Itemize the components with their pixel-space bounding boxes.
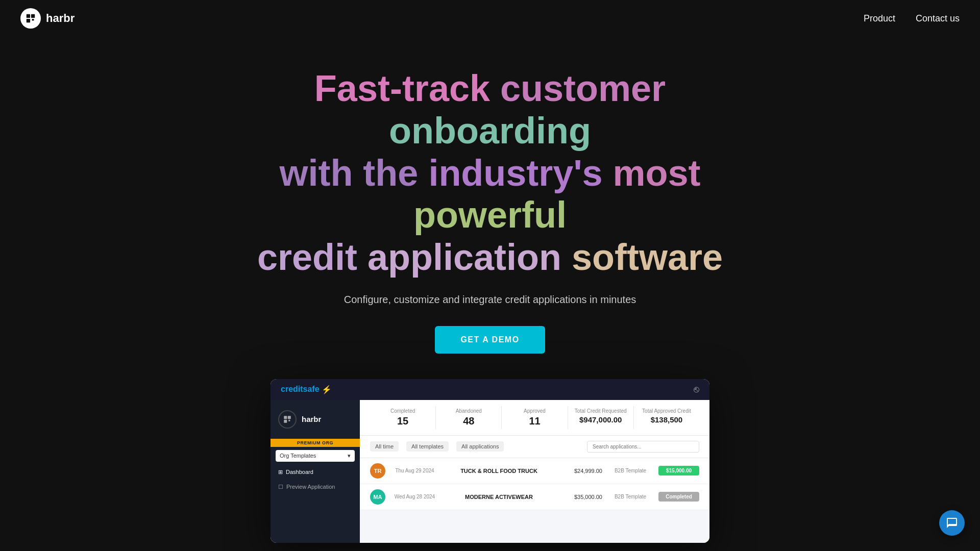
- hero-subtitle: Configure, customize and integrate credi…: [20, 294, 960, 306]
- logo-text: harbr: [46, 12, 75, 25]
- row-template: B2B Template: [610, 468, 651, 473]
- sidebar-item-dashboard[interactable]: ⊞ Dashboard: [271, 465, 360, 480]
- svg-rect-3: [32, 19, 34, 21]
- sidebar-header: harbr: [271, 400, 360, 439]
- row-amount: $24,999.00: [561, 468, 602, 474]
- exit-icon[interactable]: ⎋: [694, 384, 699, 395]
- org-templates-dropdown[interactable]: Org Templates ▾: [276, 450, 355, 462]
- lightning-icon: ⚡: [322, 385, 332, 394]
- filter-all-applications[interactable]: All applications: [456, 441, 504, 452]
- row-amount: $35,000.00: [561, 494, 602, 500]
- row-template: B2B Template: [610, 494, 651, 499]
- product-link[interactable]: Product: [864, 13, 895, 24]
- row-date: Wed Aug 28 2024: [393, 494, 436, 499]
- svg-rect-4: [284, 416, 287, 419]
- dashboard-sidebar: harbr PREMIUM ORG Org Templates ▾ ⊞ Dash…: [271, 400, 360, 543]
- contact-link[interactable]: Contact us: [916, 13, 960, 24]
- row-company-name: MODERNE ACTIVEWEAR: [444, 494, 554, 500]
- preview-icon: ☐: [278, 484, 283, 490]
- logo-icon: [20, 8, 41, 29]
- svg-rect-7: [288, 420, 290, 421]
- sidebar-org-name: harbr: [302, 415, 321, 423]
- svg-rect-1: [31, 14, 35, 18]
- row-status-badge: $15,000.00: [658, 466, 699, 475]
- svg-rect-0: [27, 14, 30, 18]
- dashboard-main: Completed 15 Abandoned 48 Approved 11 To…: [360, 400, 709, 543]
- dashboard-icon: ⊞: [278, 469, 283, 475]
- avatar: MA: [370, 489, 385, 505]
- sidebar-logo-icon: [278, 410, 297, 429]
- stat-total-credit: Total Credit Requested $947,000.00: [568, 406, 634, 429]
- navbar: harbr Product Contact us: [0, 0, 980, 37]
- chat-widget[interactable]: [939, 510, 965, 536]
- stat-abandoned: Abandoned 48: [436, 406, 502, 429]
- applications-table: TR Thu Aug 29 2024 TUCK & ROLL FOOD TRUC…: [360, 458, 709, 510]
- nav-links: Product Contact us: [864, 13, 960, 24]
- search-input[interactable]: [587, 441, 699, 453]
- stat-approved-credit: Total Approved Credit $138,500: [634, 406, 699, 429]
- creditsafe-text: creditsafe: [281, 385, 320, 394]
- table-row[interactable]: MA Wed Aug 28 2024 MODERNE ACTIVEWEAR $3…: [360, 484, 709, 510]
- logo[interactable]: harbr: [20, 8, 75, 29]
- stat-completed: Completed 15: [370, 406, 436, 429]
- stats-row: Completed 15 Abandoned 48 Approved 11 To…: [360, 400, 709, 436]
- premium-badge: PREMIUM ORG: [271, 439, 360, 447]
- row-status-badge: Completed: [658, 492, 699, 502]
- preview-topbar: creditsafe ⚡ ⎋: [271, 379, 709, 400]
- dashboard-preview: creditsafe ⚡ ⎋ harbr: [271, 379, 709, 543]
- search-box: [587, 441, 699, 453]
- svg-rect-5: [288, 416, 291, 419]
- table-row[interactable]: TR Thu Aug 29 2024 TUCK & ROLL FOOD TRUC…: [360, 458, 709, 484]
- hero-section: Fast-track customer onboarding with the …: [0, 37, 980, 551]
- svg-rect-2: [27, 19, 30, 22]
- row-company-name: TUCK & ROLL FOOD TRUCK: [444, 468, 554, 474]
- avatar: TR: [370, 463, 385, 479]
- sidebar-item-preview[interactable]: ☐ Preview Application: [271, 480, 360, 494]
- filter-all-time[interactable]: All time: [370, 441, 399, 452]
- hero-title: Fast-track customer onboarding with the …: [209, 67, 771, 279]
- filter-row: All time All templates All applications: [360, 436, 709, 458]
- filter-all-templates[interactable]: All templates: [406, 441, 449, 452]
- stat-approved: Approved 11: [502, 406, 568, 429]
- row-date: Thu Aug 29 2024: [393, 468, 436, 473]
- creditsafe-logo: creditsafe ⚡: [281, 385, 332, 394]
- get-demo-button[interactable]: GET A DEMO: [435, 326, 545, 354]
- svg-rect-6: [284, 420, 287, 423]
- dashboard-body: harbr PREMIUM ORG Org Templates ▾ ⊞ Dash…: [271, 400, 709, 543]
